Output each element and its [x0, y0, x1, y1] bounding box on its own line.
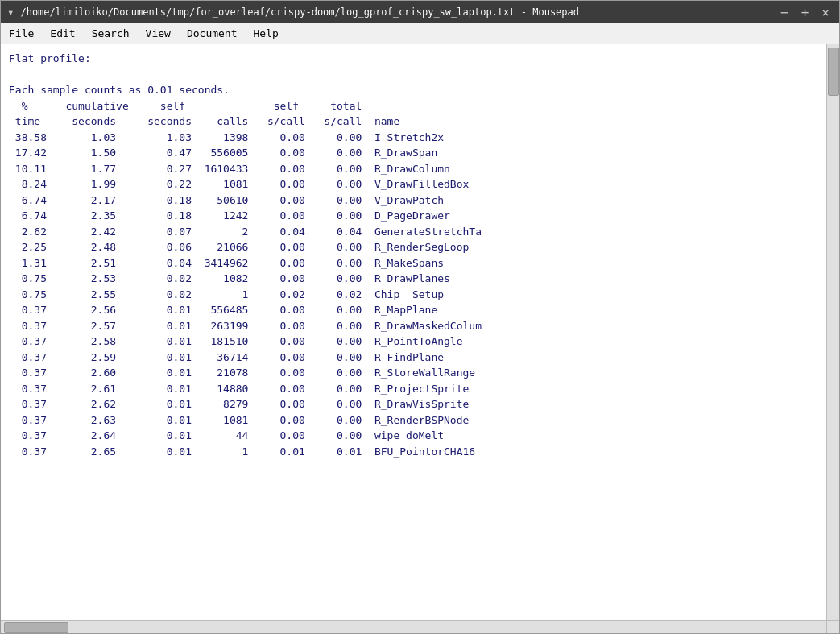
vertical-scrollbar[interactable] [826, 44, 839, 620]
menu-view[interactable]: View [138, 26, 179, 41]
horizontal-scrollbar[interactable] [1, 620, 826, 633]
title-bar-left: ▾ /home/limiloiko/Documents/tmp/for_over… [7, 6, 579, 19]
content-area: Flat profile: Each sample counts as 0.01… [1, 44, 839, 620]
menu-bar: File Edit Search View Document Help [1, 23, 839, 44]
minimize-button[interactable]: − [777, 5, 792, 20]
vertical-scrollbar-thumb[interactable] [828, 48, 839, 96]
scrollbar-corner [826, 620, 839, 633]
horizontal-scrollbar-thumb[interactable] [4, 622, 68, 633]
window-title: /home/limiloiko/Documents/tmp/for_overle… [20, 6, 579, 18]
menu-edit[interactable]: Edit [42, 26, 83, 41]
collapse-icon[interactable]: ▾ [7, 6, 14, 19]
title-bar-controls: − + × [777, 5, 833, 20]
menu-document[interactable]: Document [179, 26, 246, 41]
title-bar: ▾ /home/limiloiko/Documents/tmp/for_over… [1, 1, 839, 23]
text-editor[interactable]: Flat profile: Each sample counts as 0.01… [1, 44, 826, 620]
bottom-bar [1, 620, 839, 633]
close-button[interactable]: × [818, 5, 833, 20]
app-window: ▾ /home/limiloiko/Documents/tmp/for_over… [0, 0, 840, 634]
menu-search[interactable]: Search [84, 26, 138, 41]
menu-file[interactable]: File [1, 26, 42, 41]
menu-help[interactable]: Help [246, 26, 287, 41]
maximize-button[interactable]: + [798, 5, 813, 20]
